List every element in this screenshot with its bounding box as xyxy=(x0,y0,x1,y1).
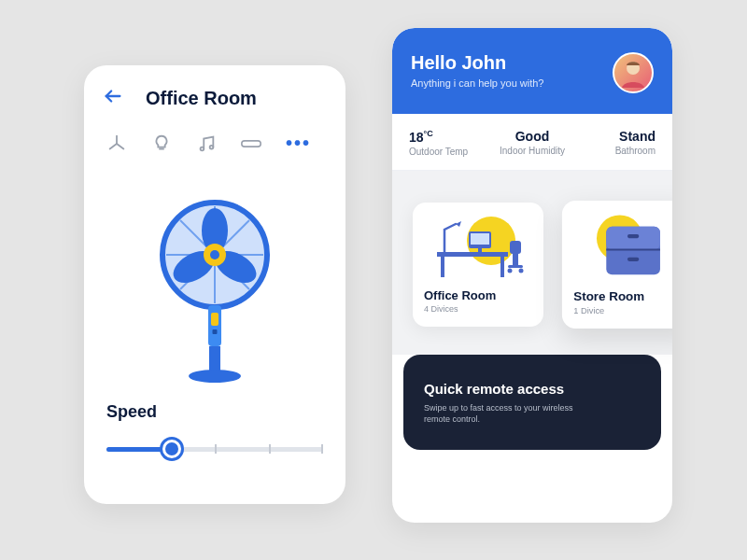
stat-humidity: Good Indoor Humidity xyxy=(491,129,573,157)
svg-point-19 xyxy=(189,370,241,383)
light-icon[interactable] xyxy=(151,133,172,154)
room-detail-screen: Office Room ••• xyxy=(84,65,345,504)
quick-access-card[interactable]: Quick remote access Swipe up to fast acc… xyxy=(403,355,661,450)
svg-rect-30 xyxy=(508,265,523,268)
svg-rect-37 xyxy=(627,257,639,260)
quick-title: Quick remote access xyxy=(424,381,641,397)
music-icon[interactable] xyxy=(196,133,217,154)
quick-subtitle: Swipe up to fast access to your wireless… xyxy=(424,402,573,426)
greeting: Hello John xyxy=(411,52,543,74)
svg-rect-36 xyxy=(627,234,639,238)
store-illustration xyxy=(573,212,672,281)
back-button[interactable] xyxy=(103,86,123,110)
more-icon[interactable]: ••• xyxy=(286,133,311,154)
svg-rect-24 xyxy=(500,257,504,277)
room-card-sub: 1 Divice xyxy=(573,305,672,315)
speed-control: Speed xyxy=(84,395,345,461)
svg-rect-23 xyxy=(441,257,444,277)
room-card-office[interactable]: Office Room 4 Divices xyxy=(413,203,543,327)
svg-point-14 xyxy=(210,250,219,259)
speed-slider[interactable] xyxy=(106,439,323,461)
office-illustration xyxy=(424,214,532,281)
svg-rect-22 xyxy=(437,252,508,257)
fan-illustration xyxy=(84,163,345,395)
speed-label: Speed xyxy=(106,402,323,422)
fan-icon[interactable] xyxy=(106,133,127,154)
ac-icon[interactable] xyxy=(241,133,261,154)
svg-point-1 xyxy=(201,147,204,150)
rooms-list[interactable]: Office Room 4 Divices Store Room 1 Divic… xyxy=(392,171,672,355)
svg-rect-17 xyxy=(213,329,218,334)
svg-point-32 xyxy=(519,268,524,273)
svg-rect-26 xyxy=(471,233,489,245)
svg-rect-27 xyxy=(478,248,482,252)
stat-third: Stand Bathroom xyxy=(573,129,655,157)
stat-temp: 18°C Outdoor Temp xyxy=(409,129,491,157)
svg-point-31 xyxy=(508,268,513,273)
room-card-title: Store Room xyxy=(573,288,672,302)
device-type-tabs: ••• xyxy=(84,119,345,163)
home-screen: Hello John Anything i can help you with?… xyxy=(392,28,672,523)
slider-thumb[interactable] xyxy=(162,440,181,458)
room-title: Office Room xyxy=(146,88,257,109)
home-header: Hello John Anything i can help you with? xyxy=(392,28,672,114)
svg-rect-3 xyxy=(242,140,261,146)
svg-rect-16 xyxy=(211,313,218,326)
avatar[interactable] xyxy=(613,52,654,93)
svg-point-2 xyxy=(210,145,214,148)
room-card-title: Office Room xyxy=(424,288,532,302)
svg-rect-29 xyxy=(513,254,518,265)
room-card-store[interactable]: Store Room 1 Divice xyxy=(562,201,672,329)
svg-rect-28 xyxy=(510,241,521,254)
greeting-subtitle: Anything i can help you with? xyxy=(411,77,543,89)
stats-row: 18°C Outdoor Temp Good Indoor Humidity S… xyxy=(392,114,672,171)
room-header: Office Room xyxy=(84,65,345,119)
room-card-sub: 4 Divices xyxy=(424,304,532,314)
